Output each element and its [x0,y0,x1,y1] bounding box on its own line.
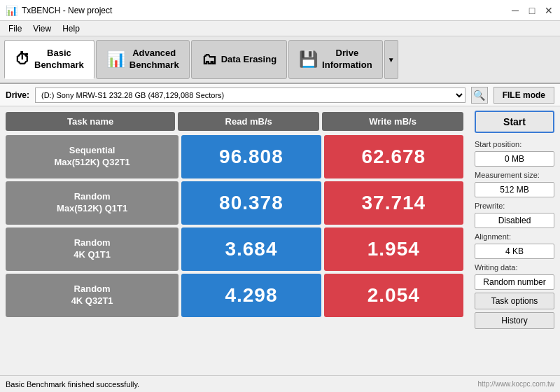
measurement-size-label: Measurement size: [475,171,554,179]
drive-label: Drive: [6,90,29,100]
start-button[interactable]: Start [475,111,554,133]
close-button[interactable]: ✕ [543,5,554,16]
start-position-label: Start position: [475,140,554,148]
title-text: TxBENCH - New project [22,6,112,15]
row-random-4k-q32-read: 4.298 [181,274,321,317]
row-random-4k-q1-read: 3.684 [181,227,321,271]
basic-benchmark-icon: ⏱ [15,50,30,69]
data-erasing-icon: 🗂 [202,50,217,69]
task-options-button[interactable]: Task options [475,293,554,309]
tab-advanced-benchmark[interactable]: 📊 AdvancedBenchmark [96,40,190,79]
row-sequential-read: 96.808 [181,135,321,178]
toolbar: ⏱ BasicBenchmark 📊 AdvancedBenchmark 🗂 D… [0,36,560,84]
prewrite-value: Disabled [475,213,554,228]
advanced-benchmark-icon: 📊 [106,50,125,69]
tab-drive-information[interactable]: 💾 DriveInformation [288,40,383,79]
header-write: Write mB/s [322,112,463,131]
row-sequential-write: 62.678 [324,135,463,178]
start-position-value: 0 MB [475,151,554,167]
menu-bar: File View Help [0,21,560,36]
file-mode-button[interactable]: FILE mode [493,87,554,104]
tab-advanced-label: AdvancedBenchmark [130,48,179,71]
tab-erasing-label: Data Erasing [221,54,276,66]
tab-basic-benchmark[interactable]: ⏱ BasicBenchmark [4,40,94,79]
menu-file[interactable]: File [3,22,27,35]
alignment-value: 4 KB [475,244,554,259]
row-random-4k-q1-write: 1.954 [324,227,463,271]
tab-dropdown[interactable]: ▼ [384,40,398,79]
writing-data-value: Random number [475,274,554,290]
alignment-label: Alignment: [475,232,554,241]
menu-view[interactable]: View [27,22,57,35]
menu-help[interactable]: Help [57,22,85,35]
writing-data-label: Writing data: [475,263,554,272]
drive-refresh-button[interactable]: 🔍 [471,87,488,104]
header-task-name: Task name [6,112,175,131]
minimize-button[interactable]: ─ [510,5,521,16]
table-row: RandomMax(512K) Q1T1 80.378 37.714 [6,181,463,225]
measurement-size-value: 512 MB [475,182,554,197]
row-random-4k-q32-write: 2.054 [324,274,463,317]
right-panel: Start Start position: 0 MB Measurement s… [469,106,560,375]
table-row: Random4K Q32T1 4.298 2.054 [6,274,463,317]
row-random-512k-name: RandomMax(512K) Q1T1 [6,181,178,225]
tab-drive-label: DriveInformation [322,48,372,71]
row-random-512k-write: 37.714 [324,181,463,225]
tab-basic-label: BasicBenchmark [34,48,84,71]
app-icon: 📊 [6,5,18,16]
status-bar: Basic Benchmark finished successfully. h… [0,375,560,392]
maximize-button[interactable]: □ [526,5,538,16]
table-header-row: Task name Read mB/s Write mB/s [6,112,463,131]
row-sequential-name: SequentialMax(512K) Q32T1 [6,135,178,178]
row-random-4k-q32-name: Random4K Q32T1 [6,274,178,317]
history-button[interactable]: History [475,312,554,329]
title-bar-left: 📊 TxBENCH - New project [6,5,112,16]
title-bar: 📊 TxBENCH - New project ─ □ ✕ [0,0,560,21]
benchmark-table: Task name Read mB/s Write mB/s Sequentia… [0,106,469,375]
watermark-text: http://www.kocpc.com.tw [478,380,554,388]
drive-information-icon: 💾 [299,50,318,69]
tab-data-erasing[interactable]: 🗂 Data Erasing [191,40,287,79]
prewrite-label: Prewrite: [475,202,554,210]
drive-bar: Drive: (D:) Sony MRW-S1 232.28 GB (487,1… [0,84,560,106]
title-controls[interactable]: ─ □ ✕ [510,5,554,16]
row-random-512k-read: 80.378 [181,181,321,225]
header-read: Read mB/s [178,112,319,131]
drive-select[interactable]: (D:) Sony MRW-S1 232.28 GB (487,129,088 … [35,88,465,103]
table-row: Random4K Q1T1 3.684 1.954 [6,227,463,271]
status-text: Basic Benchmark finished successfully. [6,380,139,388]
main-content: Task name Read mB/s Write mB/s Sequentia… [0,106,560,375]
row-random-4k-q1-name: Random4K Q1T1 [6,227,178,271]
table-row: SequentialMax(512K) Q32T1 96.808 62.678 [6,135,463,178]
